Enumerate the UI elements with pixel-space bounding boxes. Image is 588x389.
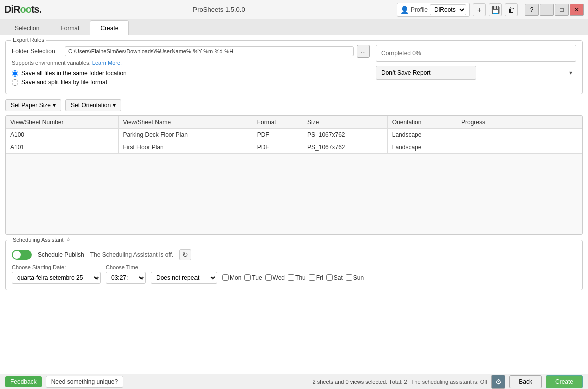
save-profile-button[interactable]: 💾: [489, 3, 502, 16]
radio-same-folder-row: Save all files in the same folder locati…: [12, 70, 370, 77]
status-bar: Feedback Need something unique? 2 sheets…: [0, 374, 588, 389]
table-row: A101 First Floor Plan PDF PS_1067x762 La…: [6, 141, 582, 154]
radio-same-folder[interactable]: [12, 70, 18, 77]
starting-date-label: Choose Starting Date:: [12, 264, 101, 270]
cell-number-0: A100: [6, 129, 119, 141]
date-select-wrapper: quarta-feira setembro 25: [12, 272, 101, 284]
sun-label: Sun: [353, 274, 364, 281]
browse-button[interactable]: ...: [357, 45, 370, 58]
thu-label: Thu: [295, 274, 306, 281]
date-select[interactable]: quarta-feira setembro 25: [12, 272, 101, 284]
folder-label: Folder Selection: [12, 48, 62, 55]
set-orientation-button[interactable]: Set Orientation ▾: [65, 99, 121, 111]
day-mon: Mon: [222, 274, 241, 281]
progress-text: Completed 0%: [381, 50, 421, 57]
back-button[interactable]: Back: [509, 375, 542, 388]
maximize-button[interactable]: □: [555, 4, 569, 16]
repeat-wrapper: Does not repeat: [151, 272, 217, 284]
col-header-number: View/Sheet Number: [6, 116, 119, 129]
wed-checkbox[interactable]: [265, 274, 272, 281]
tab-create[interactable]: Create: [90, 20, 129, 35]
title-bar-left: DiRoots.: [4, 4, 41, 15]
orientation-arrow-icon: ▾: [113, 102, 116, 109]
table-body: A100 Parking Deck Floor Plan PDF PS_1067…: [6, 129, 582, 234]
title-bar: DiRoots. ProSheets 1.5.0.0 👤 Profile DiR…: [0, 0, 588, 19]
day-checkboxes: Mon Tue Wed Thu Fri: [222, 274, 364, 281]
time-select-wrapper: 03:27:: [106, 272, 146, 284]
day-sat: Sat: [326, 274, 343, 281]
star-icon[interactable]: ☆: [66, 236, 71, 243]
tab-selection[interactable]: Selection: [4, 21, 50, 35]
col-header-progress: Progress: [457, 116, 582, 129]
fri-label: Fri: [316, 274, 323, 281]
sheet-table: View/Sheet Number View/Sheet Name Format…: [6, 116, 582, 234]
fri-checkbox[interactable]: [309, 274, 315, 281]
main-content: Export Rules Folder Selection ... Suppor…: [0, 35, 588, 374]
profile-section: 👤 Profile DiRoots: [397, 3, 470, 17]
scheduling-title: Scheduling Assistant ☆: [11, 236, 73, 243]
add-profile-button[interactable]: +: [473, 3, 486, 16]
table-controls: Set Paper Size ▾ Set Orientation ▾: [5, 99, 583, 111]
export-rules-body: Folder Selection ... Supports environmen…: [12, 45, 576, 88]
tue-label: Tue: [252, 274, 262, 281]
repeat-select[interactable]: Does not repeat: [151, 272, 217, 284]
refresh-button[interactable]: ↻: [179, 249, 191, 260]
scheduling-group: Scheduling Assistant ☆ Schedule Publish …: [5, 240, 583, 290]
tab-format[interactable]: Format: [50, 21, 90, 35]
table-header-row: View/Sheet Number View/Sheet Name Format…: [6, 116, 582, 129]
export-right: Completed 0% Don't Save Report Save Repo…: [376, 45, 576, 88]
close-button[interactable]: ✕: [570, 4, 584, 16]
paper-size-arrow-icon: ▾: [53, 102, 56, 109]
cell-orientation-1: Landscape: [387, 141, 457, 154]
cell-size-1: PS_1067x762: [303, 141, 388, 154]
radio-split-folder[interactable]: [12, 79, 18, 86]
schedule-publish-label: Schedule Publish: [38, 251, 84, 258]
sat-label: Sat: [334, 274, 343, 281]
radio-split-folder-row: Save and split files by file format: [12, 79, 370, 86]
learn-more-link[interactable]: Learn More.: [92, 60, 122, 66]
title-bar-right: 👤 Profile DiRoots + 💾 🗑 ? ─ □ ✕: [397, 3, 584, 17]
time-select[interactable]: 03:27:: [106, 272, 146, 284]
sat-checkbox[interactable]: [326, 274, 333, 281]
day-wed: Wed: [265, 274, 285, 281]
folder-path-input[interactable]: [65, 46, 354, 56]
cell-progress-0: [457, 129, 582, 141]
delete-profile-button[interactable]: 🗑: [505, 3, 518, 16]
cell-progress-1: [457, 141, 582, 154]
cell-size-0: PS_1067x762: [303, 129, 388, 141]
cell-format-0: PDF: [253, 129, 303, 141]
empty-row: [6, 154, 582, 234]
set-paper-size-button[interactable]: Set Paper Size ▾: [5, 99, 61, 111]
time-section: Choose Time 03:27:: [106, 264, 146, 284]
profile-select[interactable]: DiRoots: [430, 4, 466, 15]
unique-button[interactable]: Need something unique?: [46, 376, 123, 388]
time-label: Choose Time: [106, 264, 146, 270]
schedule-status-text: The Scheduling Assistant is off.: [90, 251, 174, 258]
app-logo: DiRoots.: [4, 4, 41, 15]
export-rules-group: Export Rules Folder Selection ... Suppor…: [5, 40, 583, 94]
mon-checkbox[interactable]: [222, 274, 229, 281]
folder-row: Folder Selection ...: [12, 45, 370, 58]
feedback-button[interactable]: Feedback: [5, 376, 42, 387]
sun-checkbox[interactable]: [346, 274, 352, 281]
day-fri: Fri: [309, 274, 323, 281]
status-left: Feedback Need something unique?: [5, 376, 123, 388]
day-thu: Thu: [288, 274, 306, 281]
cell-name-1: First Floor Plan: [119, 141, 253, 154]
app-title: ProSheets 1.5.0.0: [41, 6, 397, 13]
tue-checkbox[interactable]: [244, 274, 251, 281]
tabs-bar: Selection Format Create: [0, 19, 588, 35]
env-note: Supports environment variables. Learn Mo…: [12, 60, 370, 66]
minimize-button[interactable]: ─: [540, 4, 554, 16]
thu-checkbox[interactable]: [288, 274, 294, 281]
gear-button[interactable]: ⚙: [491, 375, 505, 389]
table-row: A100 Parking Deck Floor Plan PDF PS_1067…: [6, 129, 582, 141]
cell-format-1: PDF: [253, 141, 303, 154]
schedule-toggle[interactable]: [12, 250, 32, 260]
sheets-info-text: 2 sheets and 0 views selected. Total: 2: [312, 379, 407, 385]
help-button[interactable]: ?: [525, 4, 539, 16]
create-button[interactable]: Create: [546, 375, 583, 388]
save-report-select[interactable]: Don't Save Report Save Report: [376, 66, 476, 80]
save-report-wrapper: Don't Save Report Save Report: [376, 66, 576, 80]
progress-container: Completed 0%: [376, 45, 576, 62]
